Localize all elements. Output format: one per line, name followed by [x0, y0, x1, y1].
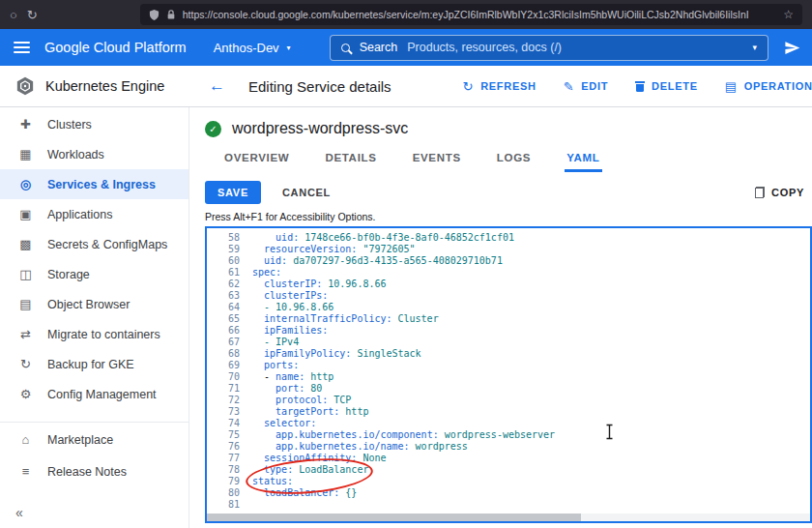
tab-details[interactable]: DETAILS [323, 146, 378, 172]
sidebar-nav: ✚ Clusters ▦ Workloads ◎ Services & Ingr… [0, 107, 189, 528]
code-lines[interactable]: uid: 1748ce66-bf0b-4f3e-8af0-46852cf1cf0… [240, 228, 810, 521]
sidebar-item-applications[interactable]: ▣ Applications [0, 199, 188, 229]
applications-icon: ▣ [18, 207, 33, 221]
page-title: Editing Service details [248, 78, 392, 95]
code-line[interactable]: protocol: TCP [252, 395, 810, 406]
code-line[interactable]: app.kubernetes.io/component: wordpress-w… [252, 429, 810, 441]
backup-icon: ↻ [18, 357, 33, 371]
page-info-icon[interactable]: ○ [10, 9, 17, 21]
copy-button[interactable]: COPY [755, 187, 804, 198]
project-selector[interactable]: Anthos-Dev ▾ [214, 41, 291, 55]
accessibility-note: Press Alt+F1 for Accessibility Options. [205, 211, 812, 222]
code-line[interactable]: - name: http [252, 371, 810, 383]
tab-overview[interactable]: OVERVIEW [222, 146, 291, 172]
scrollbar-thumb[interactable] [207, 513, 581, 521]
clusters-icon: ✚ [18, 117, 33, 132]
code-line[interactable]: app.kubernetes.io/name: wordpress [252, 441, 810, 453]
code-line[interactable]: status: [252, 476, 810, 487]
sidebar-divider [0, 422, 188, 423]
code-line[interactable]: ipFamilyPolicy: SingleStack [252, 348, 810, 360]
menu-icon[interactable] [14, 42, 30, 53]
operations-icon: ▤ [725, 79, 738, 94]
code-line[interactable]: selector: [252, 418, 810, 429]
sidebar-item-release-notes[interactable]: ≡ Release Notes [0, 455, 188, 487]
operations-label: OPERATIONS [744, 80, 812, 92]
status-ok-icon: ✓ [205, 121, 221, 137]
editor-action-row: SAVE CANCEL COPY [205, 180, 812, 205]
sidebar-item-label: Backup for GKE [47, 358, 134, 371]
search-input[interactable]: Search Products, resources, docs (/) ▾ [330, 35, 768, 61]
code-line[interactable]: spec: [252, 267, 810, 279]
copy-icon [755, 187, 765, 198]
code-line[interactable] [252, 499, 810, 511]
edit-button[interactable]: ✎ EDIT [564, 79, 608, 94]
save-button[interactable]: SAVE [205, 181, 261, 204]
url-text[interactable]: https://console.cloud.google.com/kuberne… [183, 9, 776, 20]
object-browser-icon: ▤ [18, 297, 33, 311]
code-line[interactable]: resourceVersion: "7972605" [252, 244, 810, 255]
sidebar-item-label: Storage [47, 268, 90, 281]
migrate-icon: ⇄ [18, 327, 33, 341]
code-line[interactable]: ipFamilies: [252, 325, 810, 337]
delete-button[interactable]: DELETE [635, 80, 698, 92]
refresh-icon: ↻ [463, 79, 475, 94]
shield-icon[interactable] [149, 9, 160, 21]
tab-events[interactable]: EVENTS [411, 146, 463, 172]
cancel-button[interactable]: CANCEL [282, 187, 331, 198]
yaml-editor[interactable]: 5859606162636465666768697071727374757677… [205, 226, 812, 523]
operations-button[interactable]: ▤ OPERATIONS [725, 79, 812, 94]
search-icon [341, 44, 350, 52]
address-bar[interactable]: https://console.cloud.google.com/kuberne… [140, 4, 802, 25]
sidebar-item-label: Applications [47, 208, 112, 221]
kubernetes-engine-brand[interactable]: Kubernetes Engine [0, 66, 189, 106]
sidebar-item-label: Object Browser [47, 298, 130, 311]
gcp-header: Google Cloud Platform Anthos-Dev ▾ Searc… [0, 29, 812, 66]
send-icon[interactable] [784, 40, 800, 56]
sidebar-item-label: Services & Ingress [47, 178, 156, 191]
code-line[interactable]: targetPort: http [252, 406, 810, 418]
code-line[interactable]: loadBalancer: {} [252, 487, 810, 499]
trash-icon [635, 81, 645, 92]
sidebar-item-object-browser[interactable]: ▤ Object Browser [0, 289, 188, 319]
search-chevron-icon[interactable]: ▾ [752, 43, 757, 52]
browser-toolbar: ○ ↻ https://console.cloud.google.com/kub… [0, 0, 812, 29]
code-line[interactable]: - IPv4 [252, 337, 810, 348]
sidebar-item-storage[interactable]: ◫ Storage [0, 259, 188, 289]
sidebar-item-label: Marketplace [47, 433, 113, 447]
code-line[interactable]: - 10.96.8.66 [252, 302, 810, 313]
sidebar-item-config-management[interactable]: ⚙ Config Management [0, 379, 188, 409]
sidebar-item-secrets-configmaps[interactable]: ▩ Secrets & ConfigMaps [0, 229, 188, 259]
sidebar-item-workloads[interactable]: ▦ Workloads [0, 139, 188, 169]
tab-yaml[interactable]: YAML [565, 146, 601, 172]
gcp-brand[interactable]: Google Cloud Platform [44, 40, 187, 55]
sidebar-item-migrate-to-containers[interactable]: ⇄ Migrate to containers [0, 319, 188, 349]
code-line[interactable]: ports: [252, 360, 810, 371]
code-line[interactable]: internalTrafficPolicy: Cluster [252, 313, 810, 325]
code-line[interactable]: clusterIPs: [252, 290, 810, 302]
copy-label: COPY [771, 187, 804, 198]
code-line[interactable]: port: 80 [252, 383, 810, 395]
code-line[interactable]: uid: 1748ce66-bf0b-4f3e-8af0-46852cf1cf0… [252, 232, 810, 244]
sidebar-item-marketplace[interactable]: ⌂ Marketplace [0, 424, 188, 455]
sidebar-item-backup-for-gke[interactable]: ↻ Backup for GKE [0, 349, 188, 379]
code-line[interactable]: type: LoadBalancer [252, 464, 810, 476]
services-ingress-icon: ◎ [18, 177, 33, 191]
horizontal-scrollbar[interactable] [207, 513, 810, 521]
code-line[interactable]: uid: da707297-96d3-4135-a565-408029710b7… [252, 255, 810, 267]
search-label: Search [360, 41, 398, 54]
main-content: ✓ wordpress-wordpress-svc OVERVIEW DETAI… [189, 107, 812, 528]
edit-label: EDIT [581, 80, 608, 92]
tab-bar: OVERVIEW DETAILS EVENTS LOGS YAML [205, 146, 812, 172]
sidebar-item-clusters[interactable]: ✚ Clusters [0, 109, 188, 139]
tab-logs[interactable]: LOGS [495, 146, 533, 172]
code-line[interactable]: clusterIP: 10.96.8.66 [252, 279, 810, 290]
product-name: Kubernetes Engine [45, 78, 164, 94]
refresh-button[interactable]: ↻ REFRESH [463, 79, 536, 94]
reload-icon[interactable]: ↻ [27, 9, 38, 21]
collapse-sidebar-icon[interactable]: « [15, 505, 23, 520]
bookmark-star-icon[interactable]: ☆ [783, 8, 794, 21]
code-line[interactable]: sessionAffinity: None [252, 453, 810, 464]
back-arrow-icon[interactable]: ← [209, 76, 225, 96]
search-placeholder: Products, resources, docs (/) [407, 41, 742, 54]
sidebar-item-services-ingress[interactable]: ◎ Services & Ingress [0, 169, 188, 199]
